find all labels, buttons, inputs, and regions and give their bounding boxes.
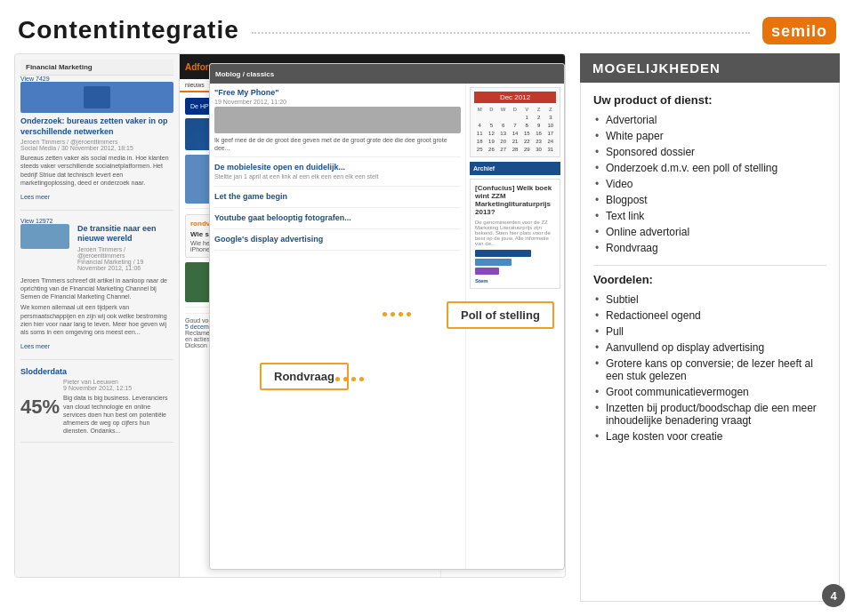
poll-bar-2: [475, 259, 512, 266]
moblog-post-meta-1: 19 November 2012, 11:20: [214, 99, 461, 105]
moblog-left: "Free My Phone" 19 November 2012, 11:20 …: [210, 84, 466, 569]
main-content: Financial Marketing View 7429 Onderzoek:…: [0, 53, 854, 607]
product-list: Advertorial White paper Sponsored dossie…: [593, 112, 826, 256]
product-item-3: Onderzoek d.m.v. een poll of stelling: [593, 160, 826, 176]
moblog-post-1: "Free My Phone" 19 November 2012, 11:20 …: [214, 88, 461, 157]
product-item-4: Video: [593, 176, 826, 192]
product-item-2: Sponsored dossier: [593, 144, 826, 160]
mock-article-3: Slodderdata 45% Pieter van Leeuwen9 Nove…: [20, 367, 173, 443]
moblog-post-img-1: [214, 107, 461, 133]
moblog-post-3: Let the game begin: [214, 192, 461, 208]
poll-block: [Confucius] Welk boek wint ZZM Marketing…: [470, 179, 560, 289]
product-item-0: Advertorial: [593, 112, 826, 128]
mock-meta-1: Jeroen Timmers / @jeroenttimmersSocial M…: [20, 139, 173, 151]
mock-percentage: 45%: [20, 396, 60, 419]
voordelen-item-4: Grotere kans op conversie; de lezer heef…: [593, 356, 826, 384]
page-number: 4: [822, 584, 845, 607]
moblog-post-title-3: Let the game begin: [214, 192, 461, 201]
mock-text-1: Bureaus zetten vaker als social media in…: [20, 154, 173, 186]
header: Contentintegratie semilo: [0, 0, 854, 53]
moblog-header: Moblog / classics: [210, 64, 564, 84]
moblog-post-2: De mobielesite open en duidelijk... Stel…: [214, 163, 461, 187]
mock-meta-3: Pieter van Leeuwen9 November 2012, 12:15: [63, 379, 173, 391]
moblog-title: Moblog / classics: [215, 70, 274, 78]
dot-6: [343, 377, 348, 381]
mock-text-2b: We komen allemaal uit een tijdperk van p…: [20, 303, 173, 335]
dot-8: [359, 377, 364, 381]
lees-meer-1[interactable]: Lees meer: [20, 194, 50, 200]
dot-1: [383, 312, 387, 316]
mock-meta-2: Jeroen Timmers / @jeroenttimmersFinancia…: [77, 246, 173, 271]
moblog-post-title-1: "Free My Phone": [214, 88, 461, 97]
page-number-container: 4: [580, 602, 840, 607]
voordelen-item-6: Inzetten bij product/boodschap die een m…: [593, 400, 826, 428]
mockup-left-col: Financial Marketing View 7429 Onderzoek:…: [15, 54, 180, 577]
voordelen-item-2: Pull: [593, 324, 826, 340]
poll-question: [Confucius] Welk boek wint ZZM Marketing…: [475, 184, 555, 216]
mock-views-1: View 7429: [20, 76, 173, 82]
voordelen-label: Voordelen:: [593, 273, 826, 286]
voordelen-item-1: Redactioneel ogend: [593, 308, 826, 324]
moblog-post-4: Youtube gaat belooptig fotografen...: [214, 213, 461, 229]
mock-article-1: View 7429 Onderzoek: bureaus zetten vake…: [20, 76, 173, 211]
divider: [593, 265, 826, 266]
calendar-block: Dec 2012 M D W D V Z Z: [470, 87, 560, 157]
arrow-dots-rondvraag: [335, 377, 364, 381]
mock-text-3: Big data is big business. Leveranciers v…: [63, 394, 173, 434]
moblog-post-title-2: De mobielesite open en duidelijk...: [214, 163, 461, 172]
dot-3: [399, 312, 403, 316]
mockup-right-col: Adformatie Create nieuws opinie campagne…: [180, 54, 565, 577]
moblog-post-meta-2: Steltte jan 1 april at een link al een e…: [214, 173, 461, 180]
dot-2: [391, 312, 395, 316]
mock-title-3: Slodderdata: [20, 367, 173, 378]
lees-meer-2[interactable]: Lees meer: [20, 343, 50, 349]
arrow-dots-poll: [383, 312, 411, 316]
left-panel: Financial Marketing View 7429 Onderzoek:…: [14, 53, 566, 578]
poll-bar-1: [475, 250, 531, 257]
moblog-post-text-1: Ik geef mee de de de groot dee geven met…: [214, 136, 461, 152]
product-section-label: Uw product of dienst:: [593, 93, 826, 107]
moblog-post-5: Google's display advertising: [214, 235, 461, 251]
dot-7: [351, 377, 356, 381]
mogelijkheden-header: MOGELIJKHEDEN: [580, 53, 840, 83]
mock-text-2: Jeroen Timmers schreef dit artikel in aa…: [20, 276, 173, 300]
calendar-grid: M D W D V Z Z 123 4567: [474, 106, 556, 153]
voordelen-item-3: Aanvullend op display advertising: [593, 340, 826, 356]
product-item-8: Rondvraag: [593, 240, 826, 256]
poll-vote-btn[interactable]: Stem: [475, 278, 555, 284]
moblog-post-title-4: Youtube gaat belooptig fotografen...: [214, 213, 461, 222]
mock-site-title: Financial Marketing: [26, 63, 93, 71]
logo-container: semilo: [762, 17, 836, 44]
voordelen-list: Subtiel Redactioneel ogend Pull Aanvulle…: [593, 292, 826, 444]
logo-box: semilo: [762, 17, 836, 44]
mockup-inner: Financial Marketing View 7429 Onderzoek:…: [15, 54, 565, 577]
archief-block: Archief: [470, 162, 560, 175]
dots-divider: [252, 32, 750, 34]
mock-title-1: Onderzoek: bureaus zetten vaker in op ve…: [20, 116, 173, 137]
right-content: Uw product of dienst: Advertorial White …: [580, 83, 840, 602]
poll-bar-3: [475, 268, 499, 275]
mock-image-1: [20, 82, 173, 113]
mock-title-2: De transitie naar een nieuwe wereld: [77, 224, 173, 244]
mock-views-2: View 12972: [20, 218, 173, 224]
archief-title: Archief: [473, 165, 495, 172]
voordelen-item-5: Groot communicatievermogen: [593, 384, 826, 400]
adf-nav-nieuws[interactable]: nieuws: [185, 82, 205, 88]
mock-image-2: [20, 224, 69, 249]
mock-article-2: View 12972 De transitie naar een nieuwe …: [20, 218, 173, 360]
product-item-6: Text link: [593, 208, 826, 224]
poll-meta: De genomineerden voor de ZZ Marketing Li…: [475, 220, 555, 246]
dot-4: [407, 312, 411, 316]
moblog-post-title-5: Google's display advertising: [214, 235, 461, 244]
mock-topbar: Financial Marketing: [20, 60, 173, 76]
page-title: Contentintegratie: [18, 16, 239, 44]
logo-text: semilo: [771, 22, 827, 41]
calendar-header: Dec 2012: [474, 92, 556, 103]
product-item-5: Blogpost: [593, 192, 826, 208]
right-panel: MOGELIJKHEDEN Uw product of dienst: Adve…: [580, 53, 840, 607]
product-item-1: White paper: [593, 128, 826, 144]
poll-of-stelling-label: Poll of stelling: [447, 301, 554, 329]
voordelen-item-0: Subtiel: [593, 292, 826, 308]
product-item-7: Online advertorial: [593, 224, 826, 240]
dot-5: [335, 377, 340, 381]
